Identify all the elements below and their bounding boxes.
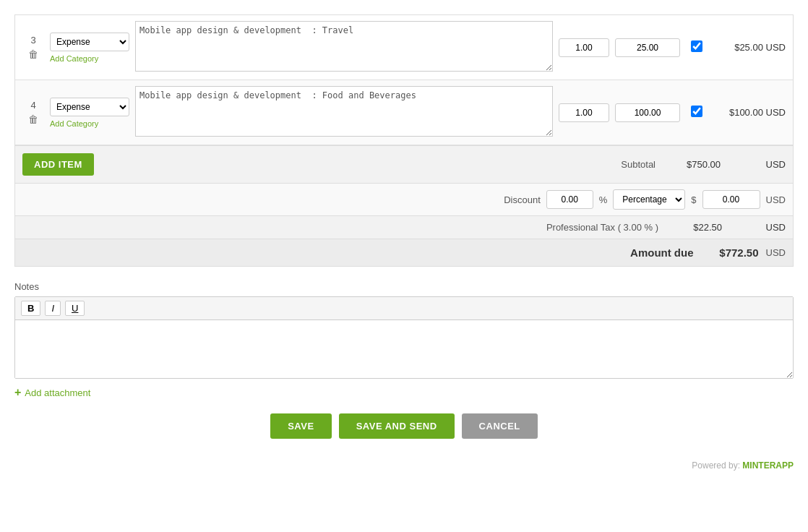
tax-currency: USD [728,222,786,233]
table-row: 3 🗑 Expense Service Product Hours Add Ca… [15,15,793,80]
discount-value-input[interactable] [546,190,593,209]
discount-currency: USD [766,194,786,205]
item-total-currency: USD [766,42,786,53]
subtotal-label: Subtotal [621,159,656,170]
notes-editor: B I U [14,296,794,379]
tax-label: Professional Tax ( 3.00 % ) [546,222,658,233]
minterapp-link[interactable]: MINTERAPP [742,460,794,471]
add-category-link[interactable]: Add Category [50,54,129,63]
item-total-value: $100.00 [729,107,763,118]
item-type-col: Expense Service Product Hours Add Catego… [50,98,129,128]
action-buttons: SAVE SAVE AND SEND CANCEL [0,413,808,439]
row-number: 4 [22,100,44,111]
amount-due-value: $772.50 [701,246,759,259]
item-tax-checkbox[interactable] [691,106,702,117]
item-qty-input[interactable] [559,38,609,57]
item-tax-col [686,106,708,119]
item-total-currency: USD [766,107,786,118]
item-description-textarea[interactable]: Mobile app design & development : Food a… [135,86,553,137]
item-type-select[interactable]: Expense Service Product Hours [50,33,129,51]
add-attachment-link[interactable]: Add attachment [25,387,90,398]
delete-icon[interactable]: 🗑 [28,48,38,60]
tax-row: Professional Tax ( 3.00 % ) $22.50 USD [14,216,794,239]
item-price-input[interactable] [615,103,680,122]
row-number: 3 [22,35,44,46]
item-description-col: Mobile app design & development : Food a… [135,86,553,139]
item-number-col: 3 🗑 [22,35,44,60]
italic-button[interactable]: I [45,301,61,316]
amount-due-row: Amount due $772.50 USD [14,239,794,267]
cancel-button[interactable]: CANCEL [462,413,538,439]
notes-toolbar: B I U [15,297,793,320]
discount-label: Discount [504,194,541,205]
underline-button[interactable]: U [65,301,85,316]
powered-by-footer: Powered by: MINTERAPP [14,460,794,478]
item-description-textarea[interactable]: Mobile app design & development : Travel [135,21,553,72]
item-type-select[interactable]: Expense Service Product Hours [50,98,129,116]
item-number-col: 4 🗑 [22,100,44,125]
discount-amount-input[interactable] [702,190,760,209]
delete-icon[interactable]: 🗑 [28,113,38,125]
item-tax-checkbox[interactable] [691,40,702,52]
item-price-col [615,38,680,57]
table-row: 4 🗑 Expense Service Product Hours Add Ca… [15,80,793,145]
subtotal-value: $750.00 [663,159,721,170]
item-description-col: Mobile app design & development : Travel [135,21,553,74]
subtotal-currency: USD [728,159,786,170]
item-total-col: $25.00 USD [713,42,786,53]
item-price-input[interactable] [615,38,680,57]
amount-due-currency: USD [766,247,786,258]
notes-textarea[interactable] [15,320,793,378]
bold-button[interactable]: B [21,301,40,316]
item-qty-col [559,103,609,122]
item-type-col: Expense Service Product Hours Add Catego… [50,33,129,63]
discount-row: Discount % Percentage Fixed $ USD [14,184,794,216]
items-table: 3 🗑 Expense Service Product Hours Add Ca… [14,14,794,146]
dollar-prefix: $ [691,194,696,205]
save-and-send-button[interactable]: SAVE AND SEND [339,413,455,439]
item-price-col [615,103,680,122]
subtotal-area: Subtotal $750.00 USD [621,159,786,170]
item-qty-input[interactable] [559,103,609,122]
notes-label: Notes [14,281,794,292]
add-category-link[interactable]: Add Category [50,119,129,128]
discount-type-select[interactable]: Percentage Fixed [613,189,685,210]
item-qty-col [559,38,609,57]
percent-symbol: % [599,194,608,205]
save-button[interactable]: SAVE [270,413,331,439]
attachment-row: + Add attachment [14,386,794,399]
item-tax-col [686,40,708,54]
powered-by-text: Powered by: [692,460,740,471]
item-total-col: $100.00 USD [713,107,786,118]
amount-due-label: Amount due [630,246,694,259]
attachment-plus-icon: + [14,386,21,399]
item-total-value: $25.00 [734,42,763,53]
notes-section: Notes B I U [14,281,794,379]
add-item-button[interactable]: ADD ITEM [22,153,94,176]
footer-bar: ADD ITEM Subtotal $750.00 USD [14,146,794,184]
tax-value: $22.50 [664,222,722,233]
